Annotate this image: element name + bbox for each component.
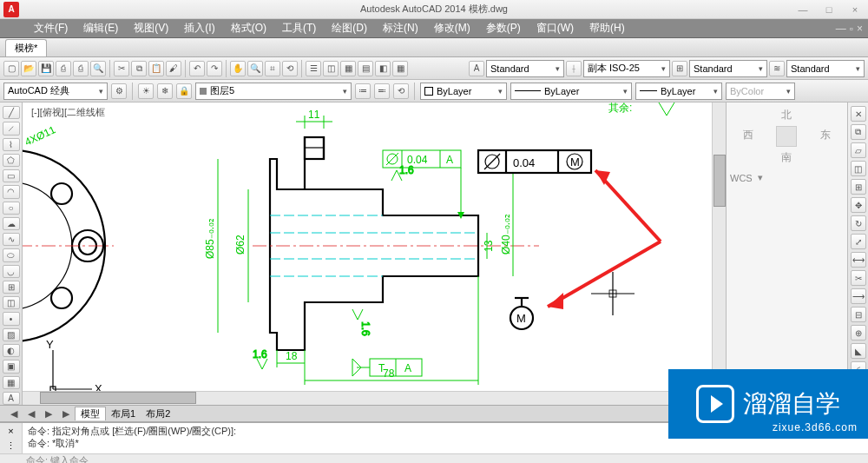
menu-edit[interactable]: 编辑(E) bbox=[76, 21, 126, 36]
cmd-close-icon[interactable]: × bbox=[8, 426, 13, 436]
trim-icon[interactable]: ✂ bbox=[851, 270, 866, 286]
cmd-handle-icon[interactable]: ⋮ bbox=[6, 440, 16, 452]
layer-prev-icon[interactable]: ⟲ bbox=[393, 83, 409, 99]
zoom-window-icon[interactable]: ⌗ bbox=[265, 61, 280, 76]
doc-max[interactable]: ▫ bbox=[850, 23, 853, 35]
viewcube-top[interactable] bbox=[776, 126, 797, 147]
join-icon[interactable]: ⊕ bbox=[851, 325, 866, 341]
cmd-prompt[interactable]: 命令: 键入命令 bbox=[26, 454, 89, 463]
ml-style-combo[interactable]: Standard bbox=[786, 60, 865, 77]
break-icon[interactable]: ⊟ bbox=[851, 307, 866, 322]
menu-dim[interactable]: 标注(N) bbox=[375, 21, 426, 36]
revcloud-icon[interactable]: ☁ bbox=[3, 217, 20, 230]
menu-help[interactable]: 帮助(H) bbox=[582, 21, 633, 36]
array-icon[interactable]: ⊞ bbox=[851, 179, 866, 195]
chamfer-icon[interactable]: ◣ bbox=[851, 343, 866, 359]
scale-icon[interactable]: ⤢ bbox=[851, 234, 866, 249]
zoom-prev-icon[interactable]: ⟲ bbox=[282, 61, 298, 76]
workspace-combo[interactable]: AutoCAD 经典 bbox=[3, 83, 108, 100]
color-combo[interactable]: ByLayer bbox=[420, 83, 507, 100]
textstyle-icon[interactable]: A bbox=[469, 61, 484, 76]
menu-window[interactable]: 窗口(W) bbox=[529, 21, 582, 36]
plot-icon[interactable]: ⎙ bbox=[73, 61, 89, 76]
ellipse-icon[interactable]: ⬭ bbox=[3, 248, 20, 261]
offset-icon[interactable]: ◫ bbox=[851, 161, 866, 176]
copy2-icon[interactable]: ⧉ bbox=[851, 124, 866, 140]
preview-icon[interactable]: 🔍 bbox=[90, 61, 106, 76]
block-icon[interactable]: ◫ bbox=[3, 296, 20, 309]
tablestyle-icon[interactable]: ⊞ bbox=[672, 61, 687, 76]
minimize-button[interactable]: — bbox=[790, 4, 816, 15]
ws-gear-icon[interactable]: ⚙ bbox=[111, 83, 127, 99]
mirror-icon[interactable]: ▱ bbox=[851, 142, 866, 158]
text-style-combo[interactable]: Standard bbox=[486, 60, 564, 77]
pan-icon[interactable]: ✋ bbox=[230, 61, 246, 76]
close-button[interactable]: × bbox=[842, 4, 868, 15]
insert-icon[interactable]: ⊞ bbox=[3, 281, 20, 294]
doc-close[interactable]: × bbox=[857, 23, 863, 35]
menu-modify[interactable]: 修改(M) bbox=[426, 21, 478, 36]
open-icon[interactable]: 📂 bbox=[21, 61, 36, 76]
layer-iso-icon[interactable]: ≕ bbox=[374, 83, 390, 99]
layer-combo[interactable]: 图层5 bbox=[195, 83, 352, 100]
layer-tools-icon[interactable]: ≔ bbox=[355, 83, 371, 99]
maximize-button[interactable]: □ bbox=[816, 4, 842, 15]
pline-icon[interactable]: ⌇ bbox=[3, 138, 20, 151]
tab-layout1[interactable]: 布局1 bbox=[106, 407, 141, 420]
zoom-icon[interactable]: 🔍 bbox=[247, 61, 263, 76]
tab-nav-prev[interactable]: ◀ bbox=[23, 408, 40, 420]
tab-nav-next[interactable]: ▶ bbox=[40, 408, 57, 420]
move-icon[interactable]: ✥ bbox=[851, 197, 866, 213]
gradient-icon[interactable]: ◐ bbox=[3, 344, 20, 357]
menu-view[interactable]: 视图(V) bbox=[126, 21, 176, 36]
mtext-icon[interactable]: A bbox=[3, 392, 20, 405]
mlstyle-icon[interactable]: ≋ bbox=[769, 61, 785, 76]
vertical-scrollbar[interactable] bbox=[712, 103, 726, 391]
layer-lock-icon[interactable]: 🔒 bbox=[176, 83, 192, 99]
stretch-icon[interactable]: ⟷ bbox=[851, 252, 866, 268]
tab-model[interactable]: 模型 bbox=[75, 407, 106, 420]
tab-nav-first[interactable]: ◀ bbox=[5, 408, 23, 420]
tab-nav-last[interactable]: ▶ bbox=[57, 408, 75, 420]
circle-icon[interactable]: ○ bbox=[3, 202, 20, 215]
menu-insert[interactable]: 插入(I) bbox=[176, 21, 222, 36]
hatch-icon[interactable]: ▨ bbox=[3, 328, 20, 341]
rectangle-icon[interactable]: ▭ bbox=[3, 169, 20, 182]
ellipsearc-icon[interactable]: ◡ bbox=[3, 265, 20, 278]
menu-file[interactable]: 文件(F) bbox=[26, 21, 76, 36]
point-icon[interactable]: • bbox=[3, 312, 20, 325]
saveas-icon[interactable]: ⎙ bbox=[56, 61, 71, 76]
dim-style-combo[interactable]: 副本 ISO-25 bbox=[583, 60, 670, 77]
table-style-combo[interactable]: Standard bbox=[689, 60, 767, 77]
viewcube[interactable]: 北 西东 南 bbox=[730, 106, 844, 167]
properties-icon[interactable]: ☰ bbox=[306, 61, 321, 76]
save-icon[interactable]: 💾 bbox=[38, 61, 54, 76]
copy-icon[interactable]: ⧉ bbox=[131, 61, 147, 76]
drawing-canvas[interactable]: [-][俯视][二维线框 Y X 4XØ11 bbox=[23, 103, 726, 405]
table-icon[interactable]: ▦ bbox=[3, 376, 20, 389]
lineweight-combo[interactable]: ByLayer bbox=[635, 83, 722, 100]
paste-icon[interactable]: 📋 bbox=[148, 61, 164, 76]
rotate-icon[interactable]: ↻ bbox=[851, 215, 866, 231]
doc-min[interactable]: — bbox=[836, 23, 846, 35]
extend-icon[interactable]: ⟶ bbox=[851, 288, 866, 304]
xline-icon[interactable]: ⟋ bbox=[3, 122, 20, 135]
redo-icon[interactable]: ↷ bbox=[207, 61, 222, 76]
plotstyle-combo[interactable]: ByColor bbox=[726, 83, 795, 100]
menu-param[interactable]: 参数(P) bbox=[478, 21, 529, 36]
line-icon[interactable]: ╱ bbox=[3, 106, 20, 119]
layer-manager-icon[interactable]: ☀ bbox=[138, 83, 154, 99]
new-icon[interactable]: ▢ bbox=[3, 61, 19, 76]
tab-layout2[interactable]: 布局2 bbox=[141, 407, 175, 420]
layer-state-icon[interactable]: ❄ bbox=[157, 83, 173, 99]
polygon-icon[interactable]: ⬠ bbox=[3, 154, 20, 167]
sheet-icon[interactable]: ▤ bbox=[358, 61, 373, 76]
spline-icon[interactable]: ∿ bbox=[3, 233, 20, 246]
doc-tab-active[interactable]: 模榜* bbox=[5, 39, 47, 56]
arc-icon[interactable]: ◠ bbox=[3, 185, 20, 198]
match-icon[interactable]: 🖌 bbox=[166, 61, 181, 76]
menu-format[interactable]: 格式(O) bbox=[223, 21, 274, 36]
dimstyle-icon[interactable]: ⟊ bbox=[566, 61, 582, 76]
markup-icon[interactable]: ◧ bbox=[375, 61, 391, 76]
erase-icon[interactable]: ✕ bbox=[851, 106, 866, 122]
